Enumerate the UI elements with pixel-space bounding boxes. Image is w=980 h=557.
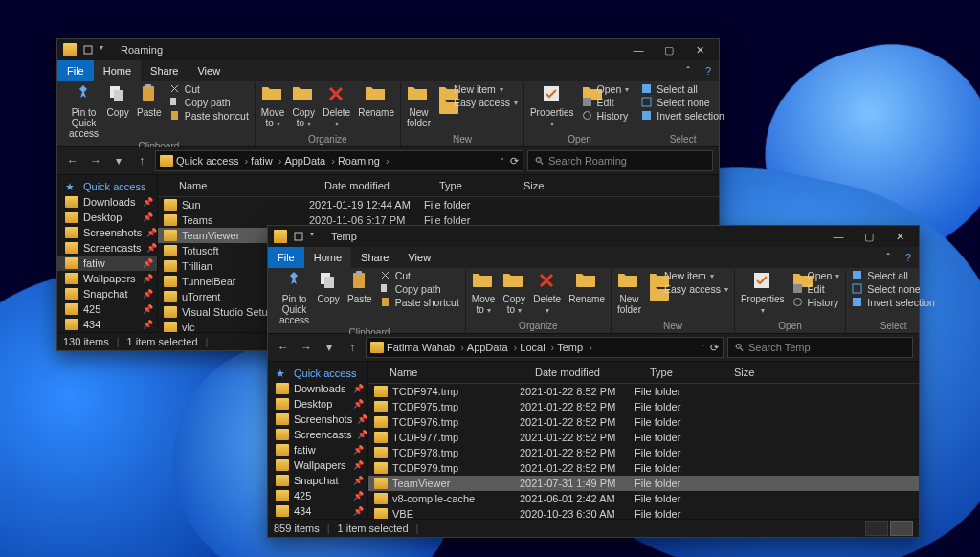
view-details-icon[interactable] [890,521,913,536]
paste-button[interactable]: Paste [347,270,372,304]
nav-pane[interactable]: ★Quick accessDownloads📌Desktop📌Screensho… [57,175,158,332]
sidebar-item[interactable]: 434📌 [268,503,368,519]
sidebar-item[interactable]: fatiw📌 [268,442,368,457]
copy-to-button[interactable]: Copy to ▾ [502,270,525,316]
table-row[interactable]: TCDF976.tmp 2021-01-22 8:52 PM File fold… [368,414,919,430]
collapse-ribbon-icon[interactable]: ˆ [679,60,698,81]
properties-button[interactable]: Properties▾ [530,83,574,129]
col-size[interactable]: Size [734,367,791,378]
paste-shortcut-button[interactable]: Paste shortcut [380,297,459,308]
copy-button[interactable]: Copy [106,83,129,118]
easy-access-button[interactable]: Easy access ▾ [438,97,518,108]
nav-back-icon[interactable]: ← [274,341,293,354]
table-row[interactable]: Sun 2021-01-19 12:44 AM File folder [158,197,719,212]
invert-selection-button[interactable]: Invert selection [852,297,935,308]
col-name[interactable]: Name [158,180,324,191]
sidebar-item[interactable]: Desktop📌 [268,396,368,412]
help-icon[interactable]: ? [698,60,719,81]
view-large-icon[interactable] [865,521,888,536]
sidebar-item[interactable]: Wallpapers📌 [57,271,157,286]
refresh-icon[interactable]: ⟳ [510,155,519,167]
tab-home[interactable]: Home [94,60,141,81]
new-folder-button[interactable]: New folder [617,270,641,315]
crumb[interactable]: AppData [467,342,517,353]
edit-button[interactable]: Edit [792,283,840,295]
tab-file[interactable]: File [268,247,304,268]
tab-share[interactable]: Share [141,60,188,81]
sidebar-item[interactable]: Snapchat📌 [268,473,368,488]
select-none-button[interactable]: Select none [852,283,935,295]
nav-up-icon[interactable]: ↑ [132,154,151,167]
titlebar[interactable]: ▾ Roaming — ▢ ✕ [57,39,719,60]
crumb[interactable]: fatiw [251,155,281,167]
sidebar-item[interactable]: Snapchat📌 [57,286,157,301]
crumb[interactable]: Local [520,342,554,353]
minimize-button[interactable]: — [825,227,852,246]
column-headers[interactable]: Name Date modified Type Size [368,362,919,384]
open-button[interactable]: Open ▾ [582,83,630,95]
explorer-window-temp[interactable]: ▾ Temp — ▢ ✕ File Home Share View ˆ ? Pi… [267,225,920,538]
history-button[interactable]: History [582,110,630,122]
nav-forward-icon[interactable]: → [86,154,105,167]
pin-quick-access-button[interactable]: Pin to Quick access [279,270,309,325]
qat-dropdown-icon[interactable]: ▾ [100,43,113,56]
select-all-button[interactable]: Select all [641,83,724,95]
new-item-button[interactable]: New item ▾ [649,270,728,281]
new-folder-button[interactable]: New folder [407,83,431,128]
tab-view[interactable]: View [398,247,440,268]
col-type[interactable]: Type [650,367,734,378]
sidebar-item[interactable]: 425📌 [268,488,368,503]
sidebar-item[interactable]: Screencasts📌 [268,427,368,442]
minimize-button[interactable]: — [625,40,652,59]
table-row[interactable]: TCDF977.tmp 2021-01-22 8:52 PM File fold… [368,430,919,445]
sidebar-item[interactable]: Screenshots📌 [57,225,157,240]
refresh-icon[interactable]: ⟳ [710,342,719,354]
sidebar-item[interactable]: Downloads📌 [268,381,368,396]
file-list[interactable]: TCDF974.tmp 2021-01-22 8:52 PM File fold… [368,384,919,519]
cut-button[interactable]: Cut [380,270,459,281]
col-name[interactable]: Name [368,367,535,378]
delete-button[interactable]: Delete▾ [323,83,350,129]
move-to-button[interactable]: Move to ▾ [261,83,284,129]
sidebar-item[interactable]: Downloads📌 [57,194,157,210]
search-input[interactable]: 🔍︎ Search Temp [727,337,913,358]
history-button[interactable]: History [792,297,840,308]
nav-history-icon[interactable]: ▾ [109,154,128,167]
sidebar-item[interactable]: 425📌 [57,301,157,317]
search-input[interactable]: 🔍︎ Search Roaming [527,150,713,171]
paste-shortcut-button[interactable]: Paste shortcut [169,110,249,122]
table-row[interactable]: VBE 2020-10-23 6:30 AM File folder [368,506,919,519]
crumb[interactable]: AppData [284,155,334,167]
qat-dropdown-icon[interactable]: ▾ [310,230,323,243]
copy-path-button[interactable]: Copy path [169,97,249,108]
breadcrumb[interactable]: Quick access fatiw AppData Roaming ˅⟳ [155,150,523,171]
tab-share[interactable]: Share [351,247,398,268]
maximize-button[interactable]: ▢ [856,227,882,246]
rename-button[interactable]: Rename [568,270,605,304]
sidebar-item[interactable]: ★Quick access [57,179,157,194]
collapse-ribbon-icon[interactable]: ˆ [879,247,898,268]
sidebar-item[interactable]: 434📌 [57,317,157,332]
breadcrumb-dropdown-icon[interactable]: ˅ [501,157,504,166]
edit-button[interactable]: Edit [582,97,630,108]
close-button[interactable]: ✕ [686,40,713,59]
breadcrumb-dropdown-icon[interactable]: ˅ [701,344,704,352]
sidebar-item[interactable]: ★Quick access [268,366,368,381]
table-row[interactable]: TCDF975.tmp 2021-01-22 8:52 PM File fold… [368,399,919,414]
maximize-button[interactable]: ▢ [656,40,682,59]
tab-view[interactable]: View [188,60,230,81]
breadcrumb[interactable]: Fatima Wahab AppData Local Temp ˅⟳ [366,337,724,358]
copy-button[interactable]: Copy [317,270,340,304]
open-button[interactable]: Open ▾ [792,270,840,281]
table-row[interactable]: TCDF978.tmp 2021-01-22 8:52 PM File fold… [368,445,919,460]
rename-button[interactable]: Rename [358,83,394,118]
copy-path-button[interactable]: Copy path [380,283,459,295]
sidebar-item[interactable]: Screenshots📌 [268,412,368,427]
nav-history-icon[interactable]: ▾ [320,341,339,354]
close-button[interactable]: ✕ [886,227,913,246]
properties-button[interactable]: Properties▾ [741,270,785,316]
col-type[interactable]: Type [439,180,523,191]
paste-button[interactable]: Paste [137,83,162,118]
nav-forward-icon[interactable]: → [297,341,316,354]
titlebar[interactable]: ▾ Temp — ▢ ✕ [268,226,919,247]
